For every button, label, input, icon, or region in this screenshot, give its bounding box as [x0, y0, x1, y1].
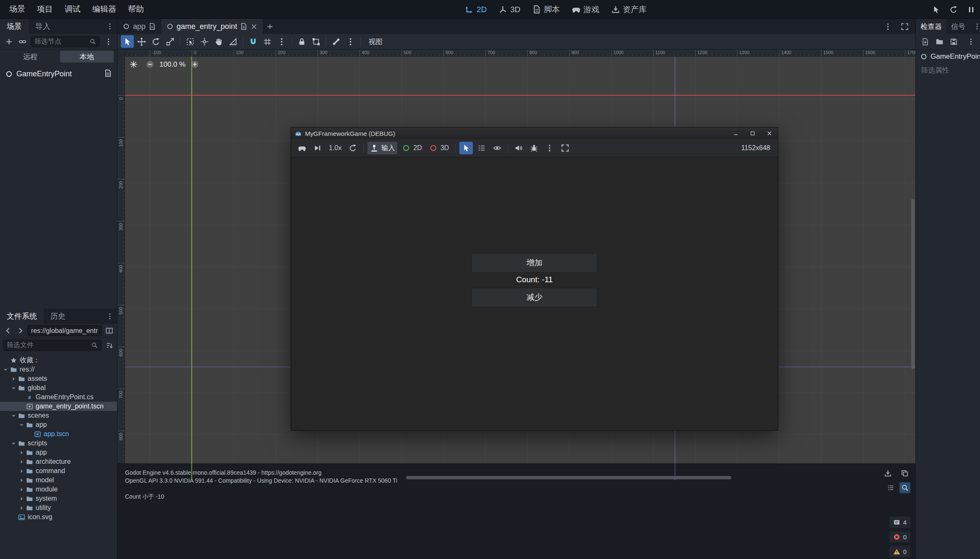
warnings-counter[interactable]: 0	[889, 546, 910, 557]
skeleton-options-tool-button[interactable]	[344, 35, 357, 48]
skeleton-tool-button[interactable]	[330, 35, 343, 48]
zoom-out-icon[interactable]	[146, 60, 154, 69]
file-tree[interactable]: 收藏：res://assetsglobal#GameEntryPoint.csg…	[0, 354, 117, 559]
zoom-level[interactable]: 100.0 %	[159, 60, 185, 69]
new-scene-tab-button[interactable]	[263, 19, 277, 34]
inspector-menu-button[interactable]	[966, 37, 976, 47]
file-filter-input[interactable]	[7, 341, 91, 349]
filesystem-dock-tab-item[interactable]: 文件系统	[0, 309, 44, 324]
file-filter[interactable]	[3, 340, 102, 351]
scene-tab-app[interactable]: app	[117, 19, 161, 34]
group-tool-button[interactable]	[310, 35, 323, 48]
view-menu-button[interactable]: 视图	[364, 37, 387, 47]
snap-options-tool-button[interactable]	[275, 35, 288, 48]
node-list-button[interactable]	[475, 142, 488, 154]
fs-item-gameentrypoint-cs[interactable]: #GameEntryPoint.cs	[0, 393, 117, 402]
scale-tool-button[interactable]	[164, 35, 177, 48]
fs-item-architecture[interactable]: architecture	[0, 457, 117, 466]
add-node-button[interactable]	[4, 36, 14, 47]
fs-item-app[interactable]: app	[0, 420, 117, 429]
filesystem-dock-tab-item[interactable]: 历史	[44, 309, 72, 324]
new-resource-button[interactable]	[920, 37, 930, 47]
scene-dock-tab-item[interactable]: 场景	[0, 19, 29, 34]
fullscreen-button[interactable]	[558, 142, 572, 154]
horizontal-scrollbar[interactable]	[406, 476, 731, 479]
save-log-button[interactable]	[883, 468, 893, 478]
scene-dock-tabs-menu[interactable]	[103, 19, 117, 34]
workspace-tab-script[interactable]: 脚本	[532, 4, 560, 15]
vertical-scrollbar[interactable]	[911, 199, 915, 369]
input-mode-toggle[interactable]: 输入	[368, 142, 397, 154]
scene-tree[interactable]: GameEntryPoint	[0, 64, 117, 328]
fs-item-app[interactable]: app	[0, 448, 117, 457]
game-select-tool-button[interactable]	[459, 142, 473, 154]
scene-tree-menu-button[interactable]	[103, 36, 113, 47]
close-tab-icon[interactable]	[250, 23, 258, 30]
game-menu-button[interactable]	[543, 142, 556, 154]
list-select-tool-button[interactable]	[184, 35, 197, 48]
game-window-titlebar[interactable]: MyGFrameworkGame (DEBUG)	[291, 127, 778, 139]
select-tool-button[interactable]	[121, 35, 134, 48]
game-controls-button[interactable]	[295, 142, 309, 154]
tab-list-menu-button[interactable]	[883, 21, 893, 31]
messages-counter[interactable]: 4	[889, 517, 910, 528]
pivot-tool-button[interactable]	[198, 35, 211, 48]
smart-snap-tool-button[interactable]	[247, 35, 260, 48]
path-field[interactable]	[27, 325, 102, 336]
measure-tool-button[interactable]	[227, 35, 240, 48]
workspace-tab-2d[interactable]: 2D	[465, 5, 487, 14]
fs-item-assets[interactable]: assets	[0, 374, 117, 383]
fs-item-utility[interactable]: utility	[0, 503, 117, 512]
camera-2d-toggle[interactable]: 2D	[399, 142, 424, 154]
fs-item-scenes[interactable]: scenes	[0, 411, 117, 420]
fs-item-module[interactable]: module	[0, 485, 117, 494]
fs-item-game-entry-point-tscn[interactable]: game_entry_point.tscn	[0, 402, 117, 411]
menu-4[interactable]: 帮助	[122, 0, 150, 18]
speed-dropdown[interactable]: 1.0x	[326, 142, 344, 154]
mode-item-button[interactable]: 本地	[60, 51, 114, 62]
rotate-tool-button[interactable]	[149, 35, 162, 48]
split-view-button[interactable]	[104, 326, 114, 336]
grid-snap-tool-button[interactable]	[261, 35, 274, 48]
minimize-button[interactable]	[727, 127, 744, 139]
history-forward-button[interactable]	[15, 326, 25, 336]
menu-2[interactable]: 调试	[59, 0, 86, 18]
workspace-tab-game[interactable]: 游戏	[572, 4, 599, 15]
expand-viewport-button[interactable]	[899, 21, 910, 31]
game-window[interactable]: MyGFrameworkGame (DEBUG) 1.0x 输	[291, 127, 778, 431]
load-resource-button[interactable]	[934, 37, 944, 47]
center-view-icon[interactable]	[129, 60, 138, 69]
filesystem-dock-tabs-menu[interactable]	[103, 309, 117, 324]
move-tool-button[interactable]	[135, 35, 148, 48]
close-button[interactable]	[761, 127, 778, 139]
fs-item-global[interactable]: global	[0, 383, 117, 393]
visibility-button[interactable]	[490, 142, 504, 154]
lock-tool-button[interactable]	[295, 35, 308, 48]
edited-object-row[interactable]: GameEntryPoint	[916, 50, 980, 63]
debug-options-button[interactable]	[527, 142, 541, 154]
workspace-tab-assetlib[interactable]: 资产库	[611, 4, 647, 15]
fs-item-scripts[interactable]: scripts	[0, 439, 117, 448]
inspector-dock-tab-item[interactable]: 检查器	[916, 19, 946, 34]
fs-item-command[interactable]: command	[0, 466, 117, 476]
collapse-duplicates-button[interactable]	[885, 482, 896, 493]
scene-node-gameentrypoint[interactable]: GameEntryPoint	[0, 68, 117, 81]
search-log-button[interactable]	[899, 482, 910, 493]
menu-1[interactable]: 项目	[31, 0, 59, 18]
fs-item-res[interactable]: res://	[0, 365, 117, 374]
output-log[interactable]: Godot Engine v4.6.stable.mono.official.8…	[117, 464, 915, 501]
fs-item-item[interactable]: 收藏：	[0, 356, 117, 365]
errors-counter[interactable]: 0	[889, 531, 910, 543]
history-back-button[interactable]	[3, 326, 13, 336]
pointer-button[interactable]	[930, 4, 941, 15]
menu-3[interactable]: 编辑器	[86, 0, 122, 18]
camera-3d-toggle[interactable]: 3D	[427, 142, 451, 154]
inspector-dock-tabs-menu[interactable]	[970, 19, 980, 34]
node-filter[interactable]	[31, 36, 100, 47]
save-resource-button[interactable]	[949, 37, 959, 47]
decrease-button[interactable]: 减少	[472, 288, 597, 307]
fs-item-app-tscn[interactable]: app.tscn	[0, 429, 117, 439]
inspector-dock-tab-item[interactable]: 信号	[946, 19, 970, 34]
copy-log-button[interactable]	[899, 468, 910, 478]
pause-button[interactable]	[966, 4, 977, 15]
